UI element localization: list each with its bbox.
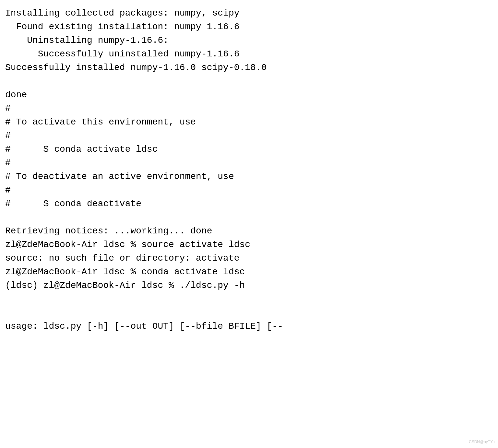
terminal-output: Installing collected packages: numpy, sc… (5, 6, 493, 333)
watermark: CSDN@ayTYa (469, 439, 495, 445)
